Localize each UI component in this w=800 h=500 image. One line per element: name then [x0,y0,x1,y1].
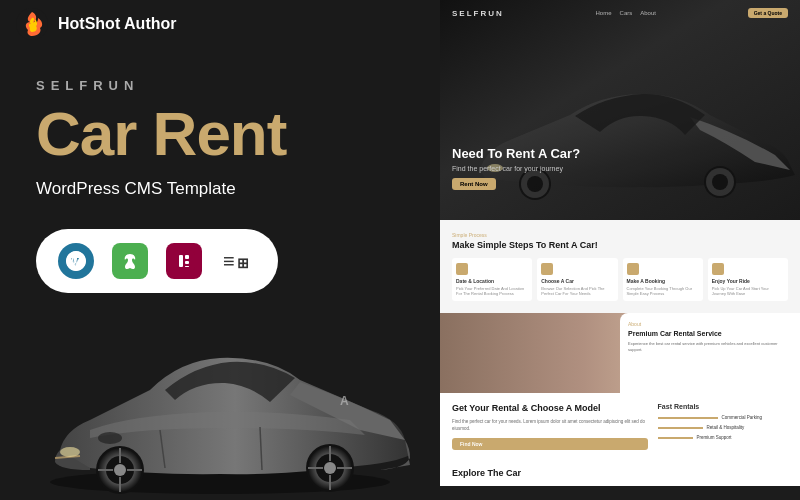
mock-hero-section: SELFRUN Home Cars About Get a Quote [440,0,800,220]
mock-woman-overlay-card: About Premium Car Rental Service Experie… [620,313,800,393]
svg-point-29 [60,447,80,457]
brand-name: SELFRUN [36,78,424,93]
header-bar: HotShot Author [0,0,260,48]
svg-rect-4 [173,250,195,272]
mock-steps-title: Make Simple Steps To Rent A Car! [452,240,788,252]
right-panel-mock-site: SELFRUN Home Cars About Get a Quote [440,0,800,500]
svg-rect-8 [185,266,189,267]
svg-point-36 [712,174,728,190]
mock-explore-section: Explore The Car [440,460,800,486]
mock-step-4-title: Enjoy Your Ride [712,278,784,284]
mock-hero-title: Need To Rent A Car? [452,146,580,162]
svg-text:A: A [340,394,349,408]
mock-rental-button: Find Now [452,438,648,450]
mock-hero-car-svg [460,60,800,220]
mock-step-3-text: Complete Your Booking Through Our Simple… [627,286,699,296]
mock-step-1-text: Pick Your Preferred Date And Location Fo… [456,286,528,296]
mock-feature-3: Premium Support [658,435,788,440]
mock-features-title: Fast Rentals [658,403,788,410]
subtitle: WordPress CMS Template [36,179,424,199]
mock-rental-right: Fast Rentals Commercial Parking Retail &… [658,403,788,450]
mock-nav-logo: SELFRUN [452,9,504,18]
mock-step-2-title: Choose A Car [541,278,613,284]
mock-feature-label-3: Premium Support [697,435,732,440]
hotshot-logo-icon [16,8,48,40]
wordpress-icon: W [58,243,94,279]
svg-rect-7 [185,261,189,264]
mock-hero-button: Rent Now [452,178,496,190]
mock-feature-bar-2 [658,427,703,429]
mock-feature-label-2: Retail & Hospitality [707,425,745,430]
mock-step-2-text: Browse Our Selection And Pick The Perfec… [541,286,613,296]
mock-step-2: Choose A Car Browse Our Selection And Pi… [537,258,617,301]
svg-text:⊞: ⊞ [237,255,249,271]
mock-overlay-title: Premium Car Rental Service [628,329,792,338]
svg-rect-6 [185,255,189,259]
mock-overlay-eyebrow: About [628,321,792,327]
svg-rect-5 [179,255,183,267]
mock-feature-2: Retail & Hospitality [658,425,788,430]
mock-hero-text: Need To Rent A Car? Find the perfect car… [452,146,580,190]
mock-explore-title: Explore The Car [440,460,800,482]
mock-overlay-text: Experience the best car rental service w… [628,341,792,353]
mock-woman-section: About Premium Car Rental Service Experie… [440,313,800,393]
quillforms-icon [112,243,148,279]
mock-feature-bar-1 [658,417,718,419]
car-image: A [10,300,430,500]
elementor-icon [166,243,202,279]
mock-steps-eyebrow: Simple Process [452,232,788,238]
mock-nav-links: Home Cars About [596,10,656,16]
header-title: HotShot Author [58,15,176,33]
mock-nav: SELFRUN Home Cars About Get a Quote [440,8,800,18]
mock-nav-link-cars: Cars [620,10,633,16]
svg-point-24 [324,462,336,474]
mock-nav-link-about: About [640,10,656,16]
mock-hero-subtitle: Find the perfect car for your journey [452,165,580,172]
mock-nav-cta: Get a Quote [748,8,788,18]
svg-point-16 [114,464,126,476]
mock-feature-1: Commercial Parking [658,415,788,420]
left-panel: SELFRUN Car Rent WordPress CMS Template … [0,48,460,500]
mock-nav-link-home: Home [596,10,612,16]
mock-step-3: Make A Booking Complete Your Booking Thr… [623,258,703,301]
mock-step-1: Date & Location Pick Your Preferred Date… [452,258,532,301]
mock-feature-label-1: Commercial Parking [722,415,763,420]
mock-steps-section: Simple Process Make Simple Steps To Rent… [440,220,800,313]
mock-rental-title: Get Your Rental & Choose A Model [452,403,648,415]
svg-text:W: W [71,256,81,267]
mock-car-hero: SELFRUN Home Cars About Get a Quote [440,0,800,220]
mock-step-1-title: Date & Location [456,278,528,284]
mock-step-4: Enjoy Your Ride Pick Up Your Car And Sta… [708,258,788,301]
mock-feature-bar-3 [658,437,693,439]
svg-text:≡: ≡ [223,250,235,272]
mock-rental-text: Find the perfect car for your needs. Lor… [452,419,648,433]
ultimate-addons-icon: ≡ ⊞ [220,243,256,279]
svg-point-12 [98,432,122,444]
mock-rental-left: Get Your Rental & Choose A Model Find th… [452,403,648,450]
mock-steps-grid: Date & Location Pick Your Preferred Date… [452,258,788,301]
mock-step-4-text: Pick Up Your Car And Start Your Journey … [712,286,784,296]
main-title: Car Rent [36,103,424,165]
plugin-icons-row: W ≡ ⊞ [36,229,278,293]
mock-step-3-title: Make A Booking [627,278,699,284]
mock-rental-section: Get Your Rental & Choose A Model Find th… [440,393,800,460]
